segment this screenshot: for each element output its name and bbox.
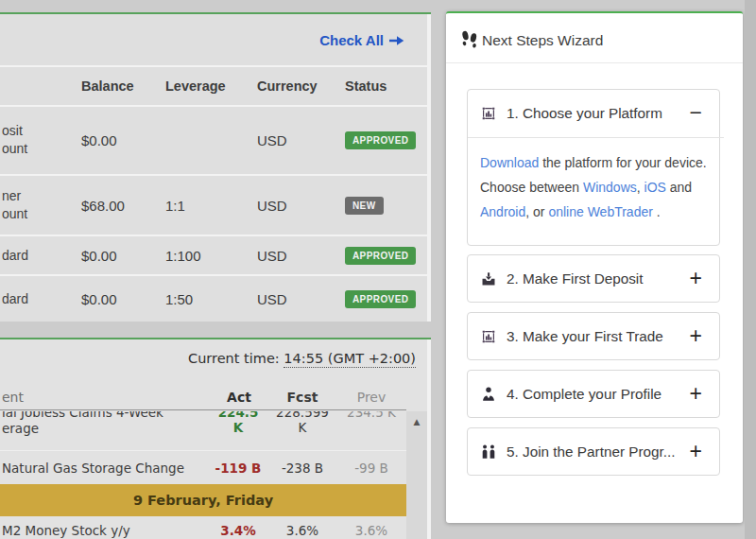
page-right-gutter xyxy=(745,0,756,539)
arrow-right-icon xyxy=(389,35,404,46)
wizard-step-2-header[interactable]: 2. Make First Deposit + xyxy=(468,255,719,303)
account-balance: $68.00 xyxy=(81,198,125,214)
widget-right-edge xyxy=(427,14,431,322)
calendar-scroll-area[interactable]: ial Jobless Claims 4-Week erage 224.5 K … xyxy=(0,411,406,539)
trade-chart-icon xyxy=(480,328,498,346)
wizard-step-5-header[interactable]: 5. Join the Partner Progr... + xyxy=(468,428,719,476)
deposit-tray-icon xyxy=(480,270,498,288)
previous-value: 3.6% xyxy=(336,523,406,538)
footsteps-icon xyxy=(460,30,479,48)
event-name: M2 Money Stock y/y xyxy=(2,523,208,539)
wizard-step-2: 2. Make First Deposit + xyxy=(467,254,720,303)
column-header-balance: Balance xyxy=(81,78,134,94)
calendar-scrollbar[interactable] xyxy=(406,411,427,539)
platform-chart-icon xyxy=(480,105,498,123)
status-badge: APPROVED xyxy=(345,247,416,265)
wizard-step-5: 5. Join the Partner Progr... + xyxy=(467,427,720,476)
column-header-leverage: Leverage xyxy=(165,78,226,94)
account-leverage: 1:50 xyxy=(165,291,193,307)
actual-value: 224.5 K xyxy=(208,411,268,435)
forecast-value: 228.599 K xyxy=(268,411,336,435)
account-balance: $0.00 xyxy=(81,248,117,264)
column-header-forecast: Fcst xyxy=(268,390,336,405)
account-row[interactable]: dard $0.00 1:50 USD APPROVED xyxy=(0,276,427,322)
check-all-label: Check All xyxy=(319,32,384,48)
profile-person-icon xyxy=(480,386,498,404)
account-balance: $0.00 xyxy=(81,132,117,148)
calendar-event-row[interactable]: ial Jobless Claims 4-Week erage 224.5 K … xyxy=(0,411,406,450)
calendar-event-row[interactable]: Natural Gas Storage Change -119 B -238 B… xyxy=(0,451,406,484)
status-badge: NEW xyxy=(345,197,384,215)
wizard-step-label: 2. Make First Deposit xyxy=(507,270,690,287)
collapse-toggle[interactable]: − xyxy=(690,102,702,124)
widget-right-edge xyxy=(427,339,431,539)
account-currency: USD xyxy=(257,198,287,214)
wizard-step-3: 3. Make your First Trade + xyxy=(467,312,720,360)
scrollbar-up-icon[interactable]: ▲ xyxy=(406,417,427,426)
account-name: dard xyxy=(2,290,77,308)
account-leverage: 1:100 xyxy=(165,248,201,264)
wizard-step-4: 4. Complete your Profile + xyxy=(467,370,720,418)
column-header-act: Act xyxy=(210,390,268,405)
page: Check All Balance Leverage Currency Stat… xyxy=(0,0,756,539)
android-link[interactable]: Android xyxy=(480,204,525,219)
account-currency: USD xyxy=(257,291,287,307)
expand-toggle[interactable]: + xyxy=(690,383,702,405)
status-badge: APPROVED xyxy=(345,131,416,149)
wizard-step-1-header[interactable]: 1. Choose your Platform − xyxy=(468,90,719,137)
webtrader-link[interactable]: online WebTrader xyxy=(548,204,653,219)
next-steps-wizard-panel: Next Steps Wizard 1. Choose your Platfor… xyxy=(446,11,743,523)
account-row[interactable]: dard $0.00 1:100 USD APPROVED xyxy=(0,236,427,274)
status-badge: APPROVED xyxy=(345,290,416,308)
windows-link[interactable]: Windows xyxy=(583,180,637,195)
account-currency: USD xyxy=(257,132,287,148)
column-header-event: ent xyxy=(2,390,24,405)
event-name: Natural Gas Storage Change xyxy=(2,460,208,476)
calendar-event-row[interactable]: M2 Money Stock y/y 3.4% 3.6% 3.6% xyxy=(0,516,406,539)
account-currency: USD xyxy=(257,248,287,264)
calendar-header-underline xyxy=(0,409,406,410)
account-leverage: 1:1 xyxy=(165,198,185,214)
wizard-header-divider xyxy=(446,62,743,63)
wizard-step-3-header[interactable]: 3. Make your First Trade + xyxy=(468,313,719,360)
column-header-previous: Prev xyxy=(336,390,406,405)
account-name: osit ount xyxy=(2,122,77,158)
current-time: Current time: 14:55 (GMT +2:00) xyxy=(188,351,416,366)
current-time-value: 14:55 (GMT +2:00) xyxy=(284,351,416,368)
check-all-link[interactable]: Check All xyxy=(319,32,404,48)
previous-value: 234.5 K xyxy=(336,411,406,420)
ios-link[interactable]: iOS xyxy=(644,180,666,195)
account-name: dard xyxy=(2,247,77,265)
forecast-value: 3.6% xyxy=(268,523,336,538)
previous-value: -99 B xyxy=(336,461,406,476)
date-banner: 9 February, Friday xyxy=(0,484,406,516)
event-name: ial Jobless Claims 4-Week erage xyxy=(2,411,208,437)
expand-toggle[interactable]: + xyxy=(690,441,702,462)
actual-value: 3.4% xyxy=(208,523,268,538)
wizard-step-1: 1. Choose your Platform − Download the p… xyxy=(467,89,720,246)
account-balance: $0.00 xyxy=(81,291,117,307)
forecast-value: -238 B xyxy=(268,461,336,476)
wizard-step-label: 5. Join the Partner Progr... xyxy=(507,443,690,461)
expand-toggle[interactable]: + xyxy=(690,325,702,347)
wizard-title: Next Steps Wizard xyxy=(482,32,603,49)
dimmed-background-area: Check All Balance Leverage Currency Stat… xyxy=(0,0,431,539)
wizard-step-4-header[interactable]: 4. Complete your Profile + xyxy=(468,371,719,418)
column-header-currency: Currency xyxy=(257,78,318,94)
account-row[interactable]: osit ount $0.00 USD APPROVED xyxy=(0,106,427,174)
column-header-status: Status xyxy=(345,78,387,94)
download-link[interactable]: Download xyxy=(480,155,539,170)
expand-toggle[interactable]: + xyxy=(690,268,702,289)
wizard-step-label: 1. Choose your Platform xyxy=(507,105,690,122)
wizard-step-label: 4. Complete your Profile xyxy=(507,386,690,403)
account-name: ner ount xyxy=(2,187,77,223)
account-row[interactable]: ner ount $68.00 1:1 USD NEW xyxy=(0,176,427,235)
partner-people-icon xyxy=(480,443,498,461)
actual-value: -119 B xyxy=(208,461,268,476)
wizard-step-1-content: Download the platform for your device. C… xyxy=(468,137,724,224)
table-header-top-border xyxy=(0,65,427,67)
wizard-step-label: 3. Make your First Trade xyxy=(507,328,690,345)
